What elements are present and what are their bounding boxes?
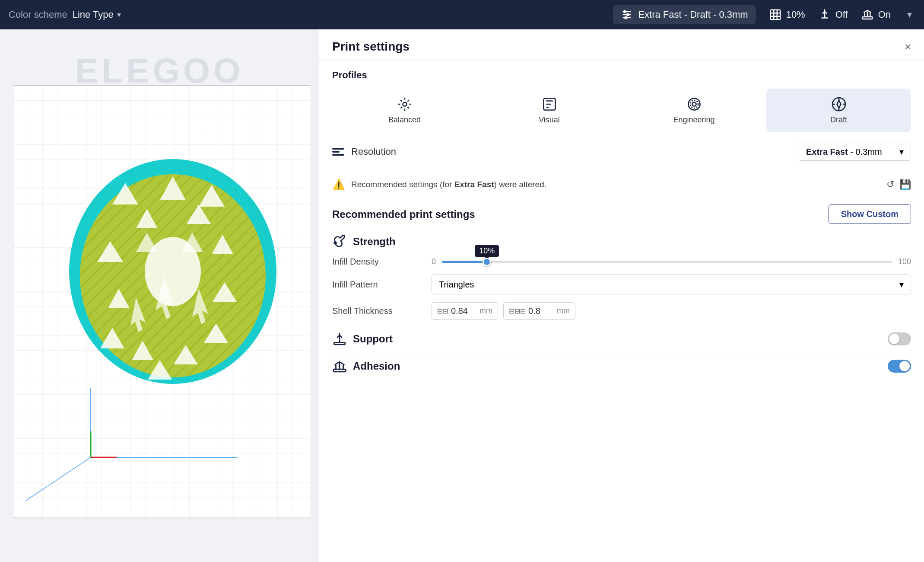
warning-row: ⚠️ Recommended settings (for Extra Fast)…: [332, 173, 911, 196]
shell-thickness-label: Shell Thickness: [332, 306, 427, 316]
color-scheme-value: Line Type: [73, 9, 114, 20]
svg-point-45: [690, 100, 698, 108]
svg-point-5: [625, 17, 627, 19]
support-section-label: Support: [353, 333, 882, 345]
wall-unit: mm: [479, 307, 492, 316]
print-panel: Print settings × Profiles Balanced Visua…: [319, 29, 924, 562]
infill-density-row: Infill Density 0 10% 100: [332, 257, 911, 267]
infill-percentage: 10%: [786, 9, 805, 20]
resolution-value: Extra Fast - 0.3mm: [806, 147, 882, 157]
wall-value: 0.84: [451, 306, 477, 316]
profile-visual[interactable]: Visual: [477, 89, 622, 132]
recommended-header: Recommended print settings Show Custom: [332, 204, 911, 224]
visual-icon: [542, 96, 557, 112]
profile-draft-label: Draft: [830, 115, 847, 125]
resolution-row: Resolution Extra Fast - 0.3mm ▾: [332, 143, 911, 167]
svg-point-3: [624, 11, 626, 13]
divider-2: [332, 355, 911, 355]
adhesion-section-label: Adhesion: [353, 360, 882, 372]
shell-thickness-row: Shell Thickness ⊟⊟ 0.84 mm ⊟⊟⊟ 0.8 mm: [332, 302, 911, 320]
pattern-dropdown-icon: ▾: [899, 279, 904, 290]
svg-point-41: [403, 102, 406, 106]
support-toggle[interactable]: [888, 332, 911, 345]
infill-icon: [769, 8, 782, 21]
profiles-label: Profiles: [332, 70, 911, 81]
wall-icon: ⊟⊟: [437, 307, 448, 315]
slider-max: 100: [898, 257, 911, 266]
percentage-group: 10%: [769, 8, 805, 21]
svg-rect-53: [333, 369, 346, 372]
recommended-title: Recommended print settings: [332, 208, 475, 220]
slider-tooltip: 10%: [475, 245, 499, 257]
adhesion-group: On: [861, 8, 891, 21]
show-custom-button[interactable]: Show Custom: [829, 204, 911, 224]
slider-thumb[interactable]: [483, 258, 491, 266]
resolution-dropdown-icon: ▾: [899, 147, 904, 157]
support-group: Off: [818, 8, 848, 21]
color-scheme-label: Color scheme: [9, 9, 67, 20]
reset-button[interactable]: ↺: [886, 179, 894, 190]
infill-pattern-select[interactable]: Triangles ▾: [432, 275, 911, 294]
infill-pattern-row: Infill Pattern Triangles ▾: [332, 275, 911, 294]
profile-selector[interactable]: Extra Fast - Draft - 0.3mm: [613, 5, 756, 24]
support-section-icon: [332, 332, 347, 346]
adhesion-row: Adhesion: [332, 359, 911, 374]
support-toggle-knob: [889, 334, 899, 344]
profiles-grid: Balanced Visual Engineering: [332, 89, 911, 132]
slider-fill: [442, 261, 487, 263]
adhesion-section-icon: [332, 359, 347, 374]
profile-engineering-label: Engineering: [673, 115, 714, 125]
wall-thickness-field[interactable]: ⊟⊟ 0.84 mm: [432, 302, 498, 320]
profile-engineering[interactable]: Engineering: [622, 89, 766, 132]
profile-balanced-label: Balanced: [388, 115, 421, 125]
topbar-right: Extra Fast - Draft - 0.3mm 10% Off On: [613, 5, 915, 24]
adhesion-label: On: [878, 9, 891, 20]
canvas-area: ELEGOO: [0, 29, 319, 562]
topbar-expand-icon[interactable]: ▾: [904, 9, 915, 20]
top-unit: mm: [557, 307, 570, 316]
model-canvas[interactable]: [13, 64, 311, 540]
profile-name: Extra Fast - Draft - 0.3mm: [638, 9, 748, 20]
svg-point-44: [692, 102, 696, 106]
strength-header: Strength: [332, 234, 911, 249]
warning-text: Recommended settings (for Extra Fast) we…: [351, 180, 880, 189]
top-value: 0.8: [528, 306, 554, 316]
support-row: Support: [332, 332, 911, 346]
top-icon: ⊟⊟⊟: [509, 307, 526, 315]
adhesion-toggle-knob: [899, 361, 910, 371]
close-button[interactable]: ×: [905, 40, 911, 54]
warning-actions: ↺ 💾: [886, 179, 911, 190]
adhesion-icon: [861, 8, 874, 21]
panel-body: Profiles Balanced Visual: [319, 61, 924, 562]
svg-rect-11: [862, 17, 872, 19]
profile-visual-label: Visual: [539, 115, 560, 125]
divider-1: [332, 328, 911, 328]
support-icon: [818, 8, 831, 21]
slider-min: 0: [432, 257, 436, 266]
save-button[interactable]: 💾: [899, 179, 911, 190]
adhesion-toggle[interactable]: [888, 360, 911, 373]
support-label: Off: [835, 9, 848, 20]
top-thickness-field[interactable]: ⊟⊟⊟ 0.8 mm: [503, 302, 575, 320]
profile-balanced[interactable]: Balanced: [332, 89, 477, 132]
resolution-label: Resolution: [351, 146, 792, 157]
resolution-select[interactable]: Extra Fast - 0.3mm ▾: [799, 143, 911, 161]
warning-icon: ⚠️: [332, 179, 345, 191]
sliders-icon: [621, 9, 633, 21]
panel-title: Print settings: [332, 40, 410, 54]
svg-rect-52: [334, 343, 345, 345]
svg-point-4: [627, 14, 629, 16]
slider-track[interactable]: 10%: [442, 261, 892, 263]
infill-pattern-value: Triangles: [439, 280, 474, 290]
draft-icon: [831, 96, 847, 112]
balanced-icon: [397, 96, 413, 112]
svg-rect-6: [770, 10, 780, 20]
profile-draft[interactable]: Draft: [766, 89, 911, 132]
infill-density-slider[interactable]: 0 10% 100: [432, 257, 911, 266]
shell-inputs: ⊟⊟ 0.84 mm ⊟⊟⊟ 0.8 mm: [432, 302, 911, 320]
panel-header: Print settings ×: [319, 29, 924, 61]
strength-label: Strength: [353, 236, 396, 248]
color-scheme-dropdown-icon[interactable]: ▾: [117, 10, 121, 19]
resolution-icon: [332, 148, 344, 156]
infill-pattern-label: Infill Pattern: [332, 280, 427, 290]
